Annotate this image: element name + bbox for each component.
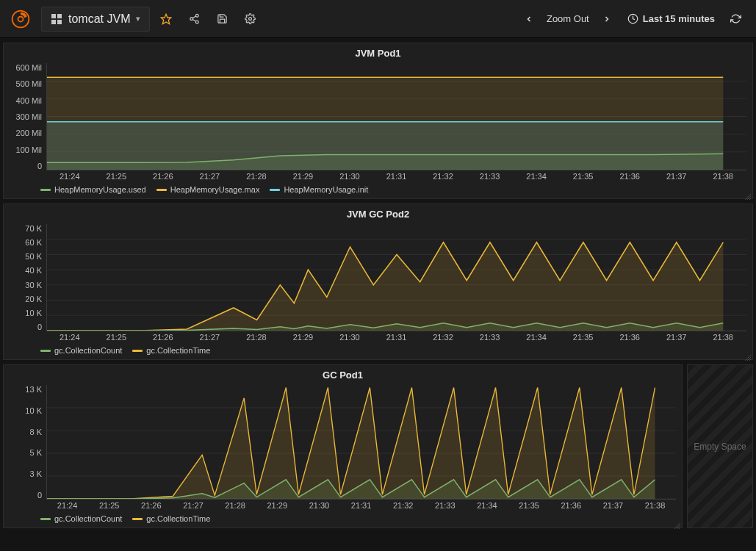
x-tick: 21:37 <box>653 172 700 181</box>
resize-handle-icon[interactable] <box>674 520 680 526</box>
legend-item[interactable]: HeapMemoryUsage.init <box>270 185 368 194</box>
legend-swatch <box>132 350 143 352</box>
time-range-label: Last 15 minutes <box>643 13 715 24</box>
refresh-button[interactable] <box>724 7 747 31</box>
legend-item[interactable]: gc.CollectionTime <box>132 346 210 355</box>
legend-item[interactable]: gc.CollectionTime <box>132 514 210 523</box>
legend-label: gc.CollectionTime <box>146 514 210 523</box>
panel-title[interactable]: JVM Pod1 <box>4 43 752 60</box>
x-tick: 21:25 <box>88 501 130 510</box>
x-axis: 21:2421:2521:2621:2721:2821:2921:3021:31… <box>4 333 752 342</box>
time-range-picker[interactable]: Last 15 minutes <box>620 7 722 31</box>
x-tick: 21:32 <box>420 333 467 342</box>
y-tick: 5 K <box>29 448 42 457</box>
x-tick: 21:28 <box>233 172 280 181</box>
x-axis: 21:2421:2521:2621:2721:2821:2921:3021:31… <box>4 172 752 181</box>
y-tick: 200 Mil <box>16 129 42 137</box>
svg-point-7 <box>249 18 252 21</box>
x-tick: 21:33 <box>467 172 514 181</box>
legend-item[interactable]: HeapMemoryUsage.max <box>156 185 260 194</box>
y-tick: 60 K <box>25 238 42 247</box>
y-axis: 13 K10 K8 K5 K3 K0 <box>10 385 46 500</box>
legend-label: gc.CollectionTime <box>146 346 210 355</box>
x-tick: 21:37 <box>592 501 634 510</box>
x-tick: 21:34 <box>513 333 560 342</box>
time-back-button[interactable] <box>517 7 541 31</box>
legend-swatch <box>270 189 280 191</box>
x-tick: 21:31 <box>373 172 420 181</box>
y-tick: 600 Mil <box>16 63 42 72</box>
panel-jvm-gc-pod2[interactable]: JVM GC Pod270 K60 K50 K40 K30 K20 K10 K0… <box>3 204 753 360</box>
panel-title[interactable]: GC Pod1 <box>4 365 682 382</box>
y-tick: 13 K <box>25 385 42 394</box>
x-tick: 21:30 <box>326 172 373 181</box>
x-tick: 21:36 <box>550 501 592 510</box>
legend-item[interactable]: gc.CollectionCount <box>40 346 122 355</box>
resize-handle-icon[interactable] <box>745 191 751 197</box>
svg-rect-4 <box>51 20 56 24</box>
x-tick: 21:34 <box>513 172 560 181</box>
panel-title[interactable]: JVM GC Pod2 <box>4 204 752 221</box>
x-tick: 21:33 <box>467 333 514 342</box>
x-tick: 21:32 <box>420 172 467 181</box>
y-axis: 600 Mil500 Mil400 Mil300 Mil200 Mil100 M… <box>10 63 46 170</box>
panel-jvm-pod1[interactable]: JVM Pod1600 Mil500 Mil400 Mil300 Mil200 … <box>3 43 753 199</box>
empty-panel-label: Empty Space <box>694 442 746 452</box>
x-tick: 21:24 <box>46 501 88 510</box>
x-tick: 21:29 <box>280 172 327 181</box>
x-tick: 21:36 <box>606 333 653 342</box>
plot-area[interactable] <box>46 63 746 170</box>
legend: gc.CollectionCountgc.CollectionTime <box>4 342 752 359</box>
x-tick: 21:25 <box>93 333 140 342</box>
x-tick: 21:31 <box>373 333 420 342</box>
x-tick: 21:32 <box>382 501 424 510</box>
x-tick: 21:29 <box>280 333 327 342</box>
svg-point-1 <box>18 16 24 21</box>
y-tick: 40 K <box>25 266 42 275</box>
time-controls: Zoom Out Last 15 minutes <box>517 7 747 31</box>
star-button[interactable] <box>154 7 178 31</box>
x-tick: 21:38 <box>634 501 676 510</box>
y-tick: 30 K <box>25 281 42 289</box>
dashboard-picker[interactable]: tomcat JVM ▾ <box>41 7 150 32</box>
panel-gc-pod1[interactable]: GC Pod113 K10 K8 K5 K3 K021:2421:2521:26… <box>3 364 683 528</box>
y-tick: 50 K <box>25 252 42 261</box>
legend-swatch <box>40 350 51 352</box>
y-tick: 3 K <box>29 469 42 478</box>
grafana-logo[interactable] <box>9 7 32 31</box>
empty-panel-placeholder[interactable]: Empty Space <box>687 364 753 528</box>
y-tick: 0 <box>37 491 42 500</box>
x-tick: 21:27 <box>187 333 234 342</box>
time-forward-button[interactable] <box>595 7 619 31</box>
legend-item[interactable]: gc.CollectionCount <box>40 514 122 523</box>
settings-button[interactable] <box>238 7 262 31</box>
plot-area[interactable] <box>46 385 676 500</box>
zoom-out-button[interactable]: Zoom Out <box>542 13 594 24</box>
x-axis: 21:2421:2521:2621:2721:2821:2921:3021:31… <box>4 501 682 510</box>
share-button[interactable] <box>182 7 206 31</box>
legend: gc.CollectionCountgc.CollectionTime <box>4 510 682 527</box>
y-tick: 500 Mil <box>16 79 42 88</box>
x-tick: 21:24 <box>46 172 93 181</box>
x-tick: 21:28 <box>215 501 256 510</box>
legend-label: HeapMemoryUsage.used <box>54 185 146 194</box>
plot-area[interactable] <box>46 224 746 331</box>
x-tick: 21:38 <box>699 333 746 342</box>
legend-label: gc.CollectionCount <box>54 514 122 523</box>
x-tick: 21:28 <box>233 333 280 342</box>
y-tick: 10 K <box>25 309 42 317</box>
save-button[interactable] <box>210 7 234 31</box>
x-tick: 21:35 <box>560 333 607 342</box>
x-tick: 21:29 <box>256 501 298 510</box>
legend-swatch <box>40 518 51 520</box>
y-tick: 0 <box>37 162 42 170</box>
legend-item[interactable]: HeapMemoryUsage.used <box>40 185 146 194</box>
y-tick: 300 Mil <box>16 112 42 121</box>
panel-grid: JVM Pod1600 Mil500 Mil400 Mil300 Mil200 … <box>0 38 756 533</box>
dashboard-title: tomcat JVM <box>68 12 130 26</box>
resize-handle-icon[interactable] <box>745 352 751 358</box>
svg-rect-2 <box>51 14 56 18</box>
svg-marker-6 <box>162 14 171 24</box>
x-tick: 21:25 <box>93 172 140 181</box>
legend-label: HeapMemoryUsage.init <box>284 185 368 194</box>
